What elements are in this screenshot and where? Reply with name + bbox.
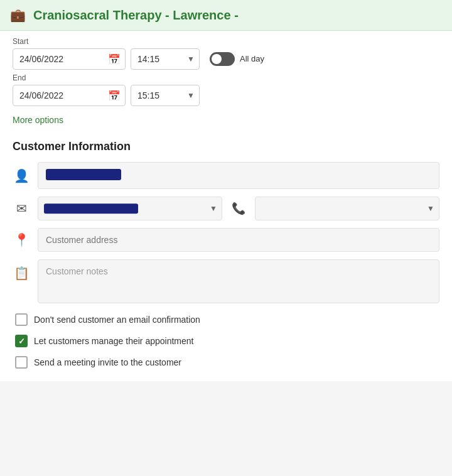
email-select-wrap: ▼ [38,197,222,220]
checkbox-row-1: ✓ Let customers manage their appointment [15,335,439,347]
all-day-wrap: All day [210,52,264,66]
all-day-toggle[interactable] [210,52,235,66]
address-field-row: 📍 [13,228,439,252]
checkbox-row-0: Don't send customer an email confirmatio… [15,313,439,326]
notes-textarea[interactable] [38,259,439,303]
start-date-wrap: 📅 [13,48,126,70]
checkbox-label-2: Send a meeting invite to the customer [34,357,181,367]
header: 💼 Craniosacral Therapy - Lawrence - [0,0,452,31]
checkmark-icon: ✓ [18,337,25,345]
checkbox-label-0: Don't send customer an email confirmatio… [34,315,200,325]
main-content: Start 📅 14:15 ▼ All day End [0,31,452,381]
checkbox-no-email[interactable] [15,313,28,326]
briefcase-icon: 💼 [10,8,26,23]
start-date-time-row: 📅 14:15 ▼ All day [13,48,439,70]
customer-info-section: Customer Information 👤 ✉ ▼ 📞 [13,140,439,369]
start-date-input[interactable] [13,48,126,70]
phone-icon: 📞 [230,202,247,215]
checkbox-row-2: Send a meeting invite to the customer [15,356,439,369]
email-phone-field-row: ✉ ▼ 📞 ▼ [13,197,439,220]
start-label: Start [13,37,439,46]
checkbox-manage-appointment[interactable]: ✓ [15,335,28,347]
all-day-label: All day [240,54,264,64]
end-time-select[interactable]: 15:15 [131,85,200,106]
end-date-wrap: 📅 [13,85,126,106]
notes-field-row: 📋 [13,259,439,303]
end-date-time-row: 📅 15:15 ▼ [13,85,439,106]
start-time-wrap: 14:15 ▼ [131,48,200,70]
end-label: End [13,73,439,82]
phone-select-wrap: ▼ [255,197,439,220]
email-icon: ✉ [13,201,30,216]
start-section: Start 📅 14:15 ▼ All day End [13,31,439,106]
page-title: Craniosacral Therapy - Lawrence - [33,8,239,23]
checkbox-meeting-invite[interactable] [15,356,28,369]
person-icon: 👤 [13,168,30,183]
checkboxes-section: Don't send customer an email confirmatio… [13,313,439,369]
toggle-knob [212,54,222,64]
redacted-name [46,169,121,180]
customer-info-title: Customer Information [13,140,439,153]
notes-icon: 📋 [13,266,30,281]
start-time-select[interactable]: 14:15 [131,48,200,70]
name-field-row: 👤 [13,162,439,189]
more-options-link[interactable]: More options [13,115,63,125]
email-select[interactable] [38,197,222,220]
checkbox-label-1: Let customers manage their appointment [34,336,193,346]
name-field[interactable] [38,162,439,189]
location-icon: 📍 [13,232,30,247]
address-input[interactable] [38,228,439,252]
end-date-input[interactable] [13,85,126,106]
end-time-wrap: 15:15 ▼ [131,85,200,106]
phone-select[interactable] [255,197,439,220]
